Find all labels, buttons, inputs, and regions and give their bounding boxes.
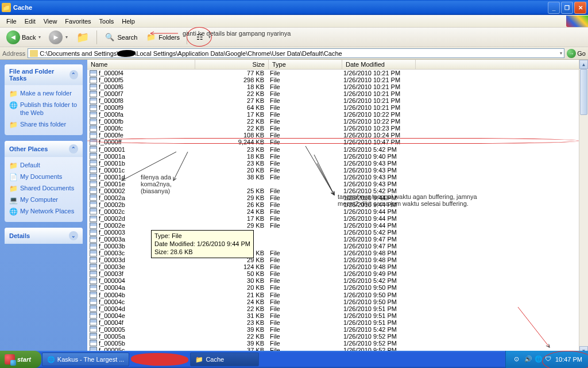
place-link[interactable]: 🌐My Network Places [9,206,78,217]
file-type: File [269,167,342,174]
tray-icon[interactable]: 🌐 [535,355,543,363]
file-list: Name Size Type Date Modified f_0000f477 … [87,60,588,355]
details-panel: Details⌄ [5,228,83,244]
search-button[interactable]: 🔍Search [101,30,140,44]
task-link[interactable]: 🌐Publish this folder to the Web [9,99,78,119]
menu-view[interactable]: View [40,17,61,26]
file-row[interactable]: f_00005b39 KBFile1/26/2010 9:52 PM [87,340,588,347]
file-row[interactable]: f_00002b26 KBFile1/26/2010 9:44 PM [87,201,588,208]
clock[interactable]: 10:47 PM [555,356,582,363]
file-type: File [269,284,342,291]
file-size: 39 KB [195,340,269,347]
file-date: 1/26/2010 10:23 PM [342,125,416,132]
minimize-button[interactable]: _ [548,2,560,14]
collapse-icon[interactable]: ⌃ [69,144,78,154]
file-date: 1/26/2010 9:43 PM [342,167,416,174]
expand-icon[interactable]: ⌄ [69,231,78,240]
file-row[interactable]: f_00004c24 KBFile1/26/2010 9:50 PM [87,298,588,305]
file-name: f_00002c [99,208,125,215]
file-date: 1/26/2010 9:50 PM [342,284,416,291]
file-row[interactable]: f_0000fa17 KBFile1/26/2010 10:22 PM [87,111,588,118]
column-name[interactable]: Name [87,60,195,69]
file-row[interactable]: f_0000f477 KBFile1/26/2010 10:21 PM [87,70,588,76]
menu-edit[interactable]: Edit [21,17,40,26]
taskbar-item-kaskus[interactable]: 🌐 Kaskus - The Largest ... [42,352,130,366]
file-row[interactable]: f_00004e31 KBFile1/26/2010 9:51 PM [87,312,588,319]
file-row[interactable]: f_00004a20 KBFile1/26/2010 9:50 PM [87,284,588,291]
file-row[interactable]: f_0000fb22 KBFile1/26/2010 10:22 PM [87,118,588,125]
column-size[interactable]: Size [195,60,269,69]
file-row[interactable]: f_00002c24 KBFile1/26/2010 9:44 PM [87,208,588,215]
file-row[interactable]: f_00002a29 KBFile1/26/2010 9:44 PM [87,194,588,201]
start-button[interactable]: start [0,351,41,368]
tray-icon[interactable]: 🛡 [545,355,553,363]
file-name: f_0000fe [99,132,123,139]
file-row[interactable]: f_00001b23 KBFile1/26/2010 9:43 PM [87,160,588,167]
windows-icon [5,354,15,365]
menu-tools[interactable]: Tools [95,17,118,26]
place-link[interactable]: 💻My Computer [9,194,78,206]
file-row[interactable]: f_0000f5298 KBFile1/26/2010 10:21 PM [87,76,588,83]
folders-button[interactable]: 📁Folders [142,30,183,44]
task-link[interactable]: 📁Share this folder [9,119,78,131]
file-row[interactable]: f_00000430 KBFile1/26/2010 5:42 PM [87,277,588,284]
back-button[interactable]: ◄Back▾ [3,29,44,45]
go-button[interactable]: →Go [567,49,586,58]
file-row[interactable]: f_0000ff9,244 KBFile1/26/2010 10:47 PM [87,139,588,145]
file-row[interactable]: f_00004f23 KBFile1/26/2010 9:51 PM [87,319,588,326]
up-button[interactable]: 📁 [73,29,92,45]
file-row[interactable]: f_00002e29 KBFile1/26/2010 9:44 PM [87,222,588,229]
file-row[interactable]: f_0000f722 KBFile1/26/2010 10:21 PM [87,90,588,97]
redacted-icon [131,353,188,366]
column-type[interactable]: Type [269,60,342,69]
system-tray[interactable]: ⊙ 🔊 🌐 🛡 10:47 PM [505,351,588,368]
file-row[interactable]: f_0000fc22 KBFile1/26/2010 10:23 PM [87,125,588,132]
file-row[interactable]: f_0000f618 KBFile1/26/2010 10:21 PM [87,83,588,90]
maximize-button[interactable]: ❐ [561,2,573,14]
file-size: 124 KB [195,263,269,270]
task-icon: 🌐 [9,101,17,109]
file-row[interactable]: f_00004b21 KBFile1/26/2010 9:50 PM [87,292,588,298]
tray-icon[interactable]: ⊙ [514,355,522,363]
place-link[interactable]: 📁Default [9,160,78,171]
file-row[interactable]: f_00003e124 KBFile1/26/2010 9:48 PM [87,263,588,270]
file-row[interactable]: f_00004d22 KBFile1/26/2010 9:51 PM [87,305,588,312]
file-icon [90,91,97,97]
file-row[interactable]: f_0000f964 KBFile1/26/2010 10:21 PM [87,104,588,111]
menu-help[interactable]: Help [118,17,139,26]
scroll-up-button[interactable]: ▲ [579,60,588,69]
menu-file[interactable]: File [2,17,21,26]
file-type: File [269,340,342,347]
file-icon [90,216,97,222]
task-link[interactable]: 📁Make a new folder [9,88,78,99]
file-size: 31 KB [195,312,269,319]
file-row[interactable]: f_00001efilenya ada koma2nya, (biasanya)… [87,181,588,187]
menu-favorites[interactable]: Favorites [61,17,95,26]
column-date[interactable]: Date Modified [342,60,416,69]
place-link[interactable]: 📁Shared Documents [9,183,78,194]
file-row[interactable]: f_0000fe108 KBFile1/26/2010 10:24 PM [87,132,588,139]
file-row[interactable]: f_00001a18 KBFile1/26/2010 9:40 PM [87,153,588,160]
file-row[interactable]: f_00000539 KBFile1/26/2010 5:42 PM [87,326,588,333]
file-row[interactable]: f_00002d17 KBFile1/26/2010 9:44 PM [87,215,588,222]
file-row[interactable]: f_0000f827 KBFile1/26/2010 10:21 PM [87,97,588,104]
views-button[interactable]: ☷▾ [191,30,214,44]
address-field[interactable]: C:\Documents and Settings\\Local Setting… [28,48,564,58]
file-name: f_00003f [99,270,123,277]
side-panel: File and Folder Tasks⌃ 📁Make a new folde… [0,60,87,355]
file-date: 1/26/2010 9:51 PM [342,319,416,326]
windows-logo-icon [566,16,588,27]
file-row[interactable]: f_00000225 KBFile1/26/2010 5:42 PM [87,187,588,194]
collapse-icon[interactable]: ⌃ [69,70,78,79]
file-row[interactable]: f_00001c20 KBFile1/26/2010 9:43 PM [87,167,588,174]
place-link[interactable]: 📄My Documents [9,171,78,183]
taskbar-item-cache[interactable]: 📁 Cache [190,352,259,366]
scroll-thumb[interactable] [580,69,587,115]
file-row[interactable]: f_00005a22 KBFile1/26/2010 9:52 PM [87,333,588,340]
tray-icon[interactable]: 🔊 [524,355,532,363]
vertical-scrollbar[interactable]: ▲ ▼ [579,60,588,355]
file-row[interactable]: f_00003f50 KBFile1/26/2010 9:49 PM [87,270,588,277]
file-row[interactable]: f_00000123 KBFile1/26/2010 5:42 PM [87,146,588,153]
close-button[interactable]: ✕ [574,2,586,14]
forward-button[interactable]: ►▾ [46,29,71,45]
